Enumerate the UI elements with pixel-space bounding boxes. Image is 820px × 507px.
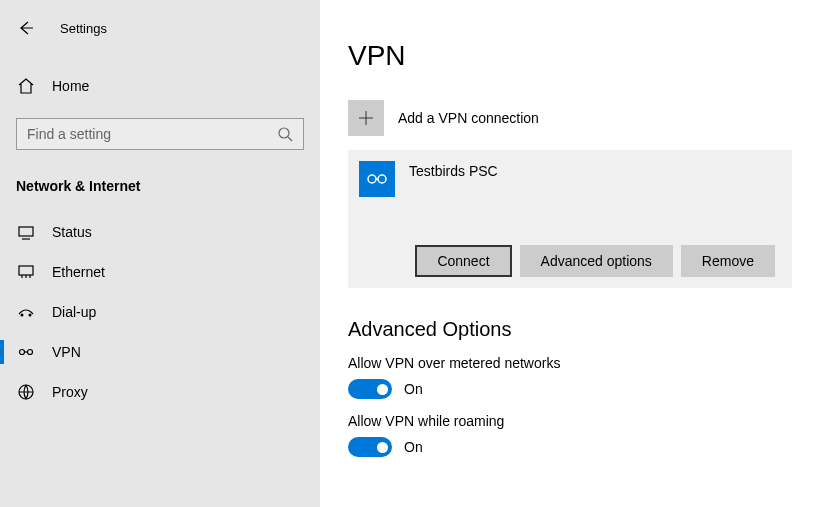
vpn-connection-icon: [359, 161, 395, 197]
back-arrow-icon: [18, 20, 34, 36]
metered-toggle[interactable]: [348, 379, 392, 399]
svg-point-0: [279, 128, 289, 138]
home-button[interactable]: Home: [0, 66, 320, 106]
page-title: VPN: [348, 40, 792, 72]
add-vpn-label: Add a VPN connection: [398, 110, 539, 126]
vpn-connection-item[interactable]: Testbirds PSC Connect Advanced options R…: [348, 150, 792, 288]
sidebar-item-ethernet[interactable]: Ethernet: [0, 252, 320, 292]
status-icon: [16, 222, 36, 242]
svg-point-3: [21, 314, 24, 317]
svg-point-4: [29, 314, 32, 317]
vpn-header: Testbirds PSC: [359, 161, 781, 197]
search-box[interactable]: [16, 118, 304, 150]
proxy-icon: [16, 382, 36, 402]
remove-button[interactable]: Remove: [681, 245, 775, 277]
connect-button[interactable]: Connect: [415, 245, 511, 277]
roaming-label: Allow VPN while roaming: [348, 413, 792, 429]
vpn-icon: [16, 342, 36, 362]
vpn-name: Testbirds PSC: [409, 161, 498, 179]
svg-rect-2: [19, 266, 33, 275]
sidebar-item-label: Dial-up: [52, 304, 96, 320]
sidebar-item-label: Ethernet: [52, 264, 105, 280]
back-button[interactable]: [16, 18, 36, 38]
sidebar-item-proxy[interactable]: Proxy: [0, 372, 320, 412]
sidebar-item-vpn[interactable]: VPN: [0, 332, 320, 372]
sidebar-item-dialup[interactable]: Dial-up: [0, 292, 320, 332]
svg-rect-1: [19, 227, 33, 236]
add-vpn-button[interactable]: Add a VPN connection: [348, 100, 792, 136]
sidebar-item-label: VPN: [52, 344, 81, 360]
advanced-options-title: Advanced Options: [348, 318, 792, 341]
category-header: Network & Internet: [0, 168, 320, 212]
search-icon: [277, 126, 293, 142]
metered-state: On: [404, 381, 423, 397]
search-input[interactable]: [27, 126, 277, 142]
home-label: Home: [52, 78, 89, 94]
vpn-actions: Connect Advanced options Remove: [359, 245, 781, 277]
svg-point-6: [28, 350, 33, 355]
main-content: VPN Add a VPN connection Testbirds PSC C…: [320, 0, 820, 507]
top-bar: Settings: [0, 18, 320, 38]
metered-option: Allow VPN over metered networks On: [348, 355, 792, 399]
roaming-state: On: [404, 439, 423, 455]
sidebar-item-status[interactable]: Status: [0, 212, 320, 252]
roaming-option: Allow VPN while roaming On: [348, 413, 792, 457]
ethernet-icon: [16, 262, 36, 282]
plus-icon: [348, 100, 384, 136]
home-icon: [16, 76, 36, 96]
dialup-icon: [16, 302, 36, 322]
window-title: Settings: [60, 21, 107, 36]
svg-point-9: [378, 175, 386, 183]
sidebar: Settings Home Network & Internet Status …: [0, 0, 320, 507]
sidebar-item-label: Proxy: [52, 384, 88, 400]
roaming-toggle[interactable]: [348, 437, 392, 457]
advanced-options-button[interactable]: Advanced options: [520, 245, 673, 277]
metered-label: Allow VPN over metered networks: [348, 355, 792, 371]
sidebar-item-label: Status: [52, 224, 92, 240]
svg-point-5: [20, 350, 25, 355]
svg-point-8: [368, 175, 376, 183]
